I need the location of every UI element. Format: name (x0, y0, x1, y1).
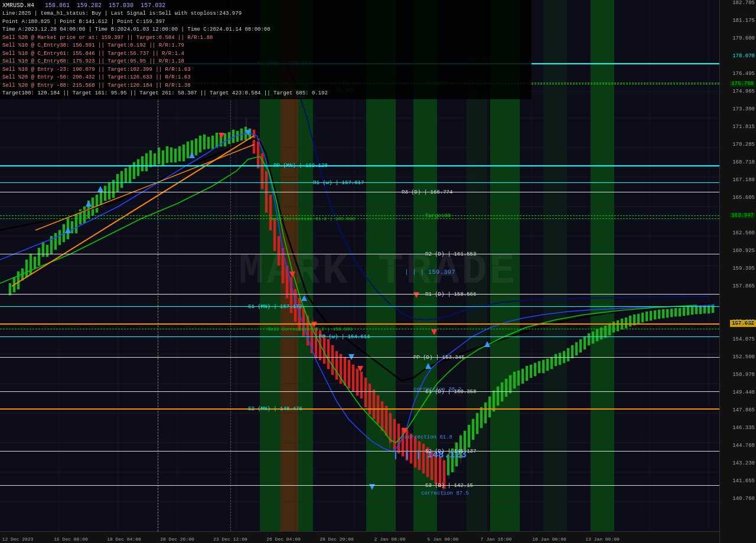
svg-rect-158 (542, 360, 545, 373)
time-label-7: 28 Dec 20:00 (320, 537, 354, 542)
target00-label: Target00 (425, 213, 451, 219)
svg-rect-186 (658, 310, 660, 319)
price-167: 167.180 (732, 177, 755, 183)
svg-rect-167 (579, 339, 582, 352)
time-label-6: 26 Dec 04:00 (266, 537, 301, 542)
pp-d-label: PP (D) | 153.345 (413, 355, 464, 361)
svg-rect-94 (278, 236, 280, 266)
svg-rect-195 (695, 306, 698, 314)
svg-rect-72 (187, 142, 189, 158)
svg-rect-92 (269, 195, 272, 230)
svg-rect-179 (629, 316, 631, 326)
r1-d-line (0, 294, 719, 295)
current-price-line (0, 323, 719, 325)
line-159-label: | | | 159.397 (405, 269, 455, 276)
svg-rect-142 (476, 413, 478, 434)
svg-rect-188 (666, 309, 669, 318)
info-line9: Sell %10 @ Entry -23: 190.079 || Target:… (2, 66, 529, 74)
svg-rect-79 (216, 133, 218, 148)
svg-marker-210 (86, 201, 92, 207)
svg-rect-50 (96, 195, 98, 212)
svg-rect-190 (674, 308, 677, 316)
svg-rect-116 (369, 384, 371, 414)
svg-rect-114 (360, 372, 363, 398)
svg-rect-119 (381, 401, 383, 431)
svg-rect-141 (472, 419, 474, 440)
svg-rect-168 (584, 336, 586, 349)
info-line6: Sell %10 @ C_Entry38: 156.591 || Target:… (2, 42, 529, 50)
r2-d-label: R2 (D) | 161.553 (425, 251, 476, 257)
svg-rect-121 (389, 413, 392, 443)
svg-rect-189 (670, 309, 673, 317)
svg-rect-81 (224, 133, 226, 146)
svg-rect-69 (174, 149, 177, 162)
svg-rect-192 (683, 308, 685, 316)
svg-rect-196 (699, 306, 702, 314)
price-axis: 182.705 181.175 179.600 178.070 176.495 … (719, 0, 756, 543)
svg-rect-89 (257, 139, 259, 168)
svg-rect-182 (641, 313, 644, 322)
svg-rect-156 (534, 363, 536, 376)
svg-rect-160 (550, 357, 553, 369)
time-label-5: 23 Dec 12:00 (213, 537, 247, 542)
price-159: 159.395 (732, 266, 755, 272)
svg-rect-159 (546, 359, 549, 371)
svg-rect-166 (575, 342, 578, 355)
svg-rect-29 (9, 283, 11, 295)
info-line7: Sell %10 @ C_Entry61: 155.846 || Target:… (2, 50, 529, 58)
svg-rect-56 (120, 171, 123, 188)
trend-line-1 (12, 136, 254, 286)
r3-d-label: R3 (D) | 166.774 (402, 189, 452, 195)
svg-rect-76 (203, 135, 206, 149)
svg-rect-36 (38, 248, 40, 266)
svg-rect-174 (608, 323, 611, 335)
svg-rect-154 (526, 366, 528, 381)
svg-rect-183 (646, 312, 648, 321)
svg-rect-161 (555, 354, 557, 366)
info-line2: Line:2825 | tema_h1_status: Buy | Last S… (2, 10, 529, 18)
svg-rect-157 (538, 361, 540, 373)
svg-rect-193 (687, 307, 689, 315)
svg-marker-211 (97, 186, 103, 192)
svg-rect-38 (46, 245, 48, 257)
time-label-1: 12 Dec 2023 (2, 537, 34, 542)
info-line8: Sell %10 @ C_Entry88: 175.923 || Target:… (2, 58, 529, 66)
time-label-8: 2 Jan 08:00 (374, 537, 406, 542)
price-152: 152.500 (732, 354, 755, 360)
svg-rect-107 (331, 345, 334, 375)
svg-rect-178 (625, 318, 627, 328)
svg-rect-162 (559, 353, 561, 365)
svg-rect-84 (236, 131, 239, 142)
svg-rect-115 (364, 378, 367, 407)
info-line12: Target100: 120.184 || Target 161: 95.95 … (2, 90, 529, 98)
price-144: 144.760 (732, 443, 755, 449)
svg-rect-118 (377, 395, 379, 424)
signal-arrows-down-red (219, 133, 437, 434)
svg-rect-111 (348, 360, 350, 388)
price-143: 143.230 (732, 460, 755, 466)
svg-marker-217 (289, 272, 295, 277)
symbol: XMRUSD.H4 (2, 2, 34, 9)
svg-rect-64 (154, 153, 156, 165)
price-140: 140.760 (732, 496, 755, 502)
s2-mn-line (0, 408, 719, 410)
chart-container: MARK TRADE XMRUSD.H4 158.861 159.282 157… (0, 0, 756, 543)
svg-rect-152 (517, 371, 520, 385)
price-175: 174.965 (732, 89, 755, 94)
svg-rect-170 (592, 332, 594, 344)
info-line4: Time A:2023.12.28 04:00:00 | Time B:2024… (2, 26, 529, 34)
time-label-3: 18 Dec 04:00 (107, 537, 141, 542)
price-141: 141.655 (732, 478, 755, 484)
svg-rect-77 (207, 137, 210, 149)
svg-rect-148 (501, 382, 503, 401)
r1-w-label: R1 (w) | 167.617 (313, 180, 364, 186)
s1-d-line (0, 391, 719, 392)
svg-rect-88 (253, 130, 255, 153)
price-155: 155.605 (732, 319, 755, 325)
time-label-11: 10 Jan 08:00 (532, 537, 566, 542)
svg-rect-31 (17, 272, 19, 289)
svg-rect-194 (691, 306, 693, 315)
svg-rect-41 (58, 230, 61, 245)
svg-rect-185 (654, 310, 656, 319)
svg-rect-117 (373, 390, 375, 419)
